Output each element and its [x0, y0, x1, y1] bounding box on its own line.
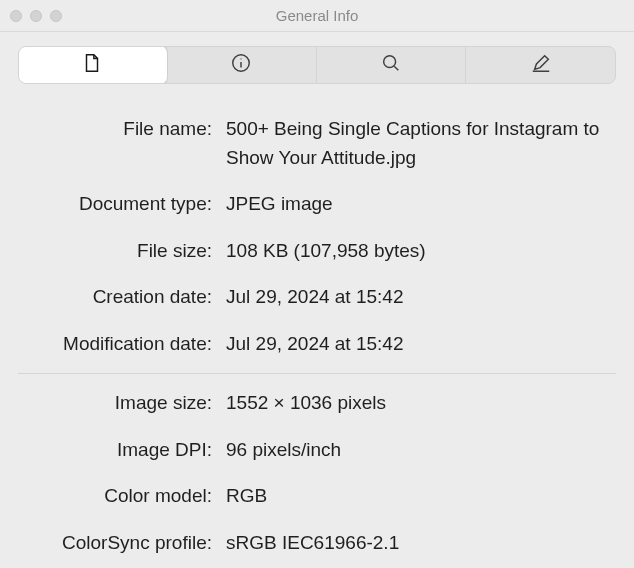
- tab-general[interactable]: [18, 46, 167, 84]
- row-modification-date: Modification date: Jul 29, 2024 at 15:42: [18, 321, 616, 368]
- section-divider: [18, 373, 616, 374]
- pencil-icon: [530, 52, 552, 78]
- tab-segmented-control: [18, 46, 616, 84]
- titlebar: General Info: [0, 0, 634, 32]
- tab-search[interactable]: [316, 47, 466, 83]
- value-modification-date: Jul 29, 2024 at 15:42: [226, 330, 616, 359]
- row-image-dpi: Image DPI: 96 pixels/inch: [18, 427, 616, 474]
- toolbar: [0, 32, 634, 106]
- value-image-dpi: 96 pixels/inch: [226, 436, 616, 465]
- value-colorsync-profile: sRGB IEC61966-2.1: [226, 529, 616, 558]
- value-file-name: 500+ Being Single Captions for Instagram…: [226, 115, 616, 172]
- row-colorsync-profile: ColorSync profile: sRGB IEC61966-2.1: [18, 520, 616, 567]
- info-icon: [230, 52, 252, 78]
- close-window-button[interactable]: [10, 10, 22, 22]
- label-image-size: Image size:: [18, 389, 226, 418]
- label-modification-date: Modification date:: [18, 330, 226, 359]
- info-content: File name: 500+ Being Single Captions fo…: [0, 106, 634, 568]
- label-color-model: Color model:: [18, 482, 226, 511]
- minimize-window-button[interactable]: [30, 10, 42, 22]
- svg-point-3: [384, 56, 396, 68]
- row-file-name: File name: 500+ Being Single Captions fo…: [18, 106, 616, 181]
- label-colorsync-profile: ColorSync profile:: [18, 529, 226, 558]
- label-creation-date: Creation date:: [18, 283, 226, 312]
- svg-point-2: [241, 58, 242, 59]
- row-color-model: Color model: RGB: [18, 473, 616, 520]
- row-creation-date: Creation date: Jul 29, 2024 at 15:42: [18, 274, 616, 321]
- tab-info[interactable]: [166, 47, 316, 83]
- label-document-type: Document type:: [18, 190, 226, 219]
- tab-edit[interactable]: [465, 47, 615, 83]
- row-file-size: File size: 108 KB (107,958 bytes): [18, 228, 616, 275]
- value-file-size: 108 KB (107,958 bytes): [226, 237, 616, 266]
- label-file-size: File size:: [18, 237, 226, 266]
- document-icon: [81, 52, 103, 78]
- row-image-size: Image size: 1552 × 1036 pixels: [18, 380, 616, 427]
- zoom-window-button[interactable]: [50, 10, 62, 22]
- value-color-model: RGB: [226, 482, 616, 511]
- value-image-size: 1552 × 1036 pixels: [226, 389, 616, 418]
- window-controls: [10, 10, 62, 22]
- value-creation-date: Jul 29, 2024 at 15:42: [226, 283, 616, 312]
- window-title: General Info: [0, 7, 634, 24]
- search-icon: [380, 52, 402, 78]
- label-file-name: File name:: [18, 115, 226, 144]
- label-image-dpi: Image DPI:: [18, 436, 226, 465]
- value-document-type: JPEG image: [226, 190, 616, 219]
- svg-line-4: [394, 66, 398, 70]
- row-document-type: Document type: JPEG image: [18, 181, 616, 228]
